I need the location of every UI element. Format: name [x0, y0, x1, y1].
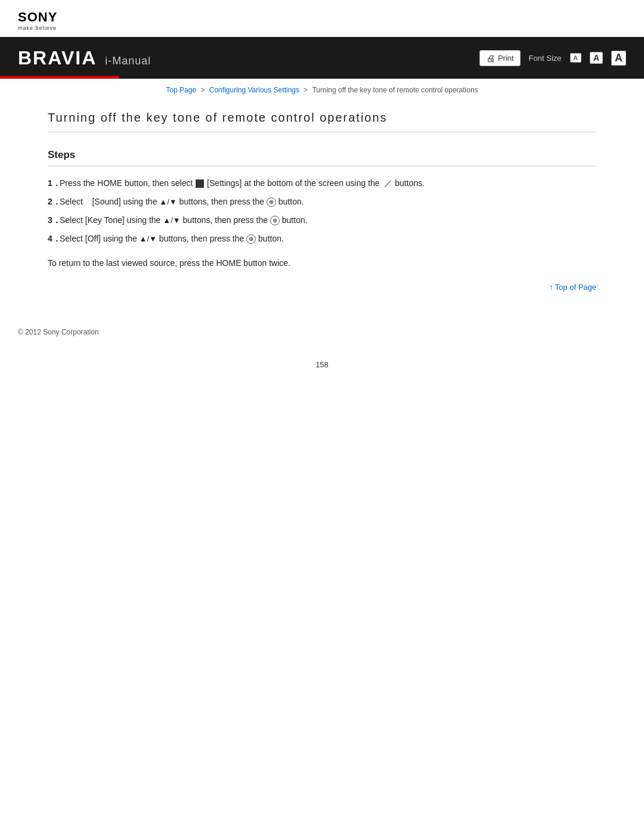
step-num-2: 2． [48, 196, 61, 208]
bravia-text: BRAVIA [18, 47, 97, 69]
font-medium-button[interactable]: A [590, 52, 603, 64]
top-of-page-link[interactable]: ↑Top of Page [549, 283, 596, 292]
print-label: Print [498, 54, 514, 63]
copyright: © 2012 Sony Corporation [0, 316, 644, 348]
breadcrumb: Top Page > Configuring Various Settings … [0, 79, 644, 99]
top-of-page-arrow-icon: ↑ [549, 283, 553, 292]
step-2: 2． Select [Sound] using the ▲/▼ buttons,… [48, 196, 596, 208]
steps-heading: Steps [48, 149, 596, 166]
page-title: Turning off the key tone of remote contr… [48, 111, 596, 132]
breadcrumb-top-page[interactable]: Top Page [166, 86, 196, 94]
imanual-text: i-Manual [105, 55, 151, 67]
breadcrumb-sep-2: > [304, 86, 308, 94]
top-of-page-area: ↑Top of Page [48, 281, 596, 292]
font-size-label: Font Size [529, 54, 562, 63]
top-of-page-label: Top of Page [555, 283, 596, 292]
step-1-content: Press the HOME button, then select [Sett… [60, 178, 425, 188]
breadcrumb-sep-1: > [200, 86, 205, 94]
bravia-logo: BRAVIA i-Manual [18, 47, 151, 69]
step-num-4: 4． [48, 233, 61, 245]
step-4-content: Select [Off] using the ▲/▼ buttons, then… [60, 234, 284, 243]
step-num-3: 3． [48, 214, 61, 227]
font-large-button[interactable]: A [611, 51, 626, 66]
step-2-content: Select [Sound] using the ▲/▼ buttons, th… [60, 197, 304, 206]
ud-arrows-2: ▲/▼ [159, 197, 177, 206]
breadcrumb-configuring[interactable]: Configuring Various Settings [209, 86, 299, 94]
step-3-content: Select [Key Tone] using the ▲/▼ buttons,… [60, 215, 308, 225]
header-bar: BRAVIA i-Manual 🖨 Print Font Size A A A [0, 37, 644, 79]
breadcrumb-current: Turning off the key tone of remote contr… [312, 86, 478, 94]
step-num-1: 1． [48, 177, 61, 190]
step-1: 1． Press the HOME button, then select [S… [48, 177, 596, 190]
steps-list: 1． Press the HOME button, then select [S… [48, 177, 596, 245]
confirm-btn-3: ⊕ [270, 216, 280, 225]
page-wrapper: SONY make.believe BRAVIA i-Manual 🖨 Prin… [0, 0, 644, 833]
sony-tagline: make.believe [18, 25, 626, 31]
confirm-btn-4: ⊕ [246, 234, 256, 244]
ud-arrows-4: ▲/▼ [140, 234, 157, 243]
print-button[interactable]: 🖨 Print [479, 50, 521, 66]
header-right: 🖨 Print Font Size A A A [479, 50, 626, 66]
step-3: 3． Select [Key Tone] using the ▲/▼ butto… [48, 214, 596, 227]
sony-logo: SONY [18, 11, 626, 24]
confirm-btn-2: ⊕ [267, 197, 276, 207]
main-content: Turning off the key tone of remote contr… [0, 99, 644, 316]
page-number: 158 [0, 348, 644, 381]
ud-arrows-3: ▲/▼ [163, 216, 180, 225]
sony-logo-area: SONY make.believe [0, 0, 644, 37]
note-text: To return to the last viewed source, pre… [48, 257, 596, 270]
settings-icon [196, 179, 204, 188]
header-accent [0, 76, 644, 79]
font-small-button[interactable]: A [570, 53, 581, 63]
step-4: 4． Select [Off] using the ▲/▼ buttons, t… [48, 233, 596, 245]
print-icon: 🖨 [486, 53, 495, 63]
